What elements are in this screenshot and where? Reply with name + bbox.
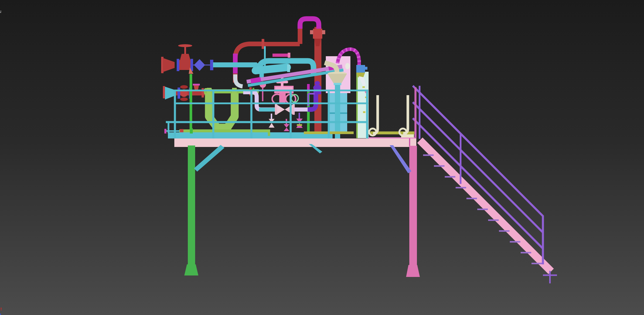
pink-bowtie-cone (277, 105, 285, 114)
drain-red-union (180, 129, 183, 132)
gate-valve-body (179, 60, 190, 70)
vent-cap-magenta (193, 84, 200, 85)
red-flange (262, 39, 264, 49)
lavender-pipe-segment (294, 107, 308, 112)
panel-speck (363, 111, 365, 113)
teal-inlet-pipe (213, 62, 257, 67)
lavender-pipe (243, 92, 275, 109)
magenta-coupler (251, 79, 261, 81)
relief-valve-tab (322, 30, 325, 34)
flange-disc (163, 86, 165, 98)
red-header-pipe (264, 42, 300, 46)
teal-pipe-segment (259, 108, 275, 112)
leg-base-green (184, 264, 198, 275)
guide-post-beige (373, 95, 378, 133)
deck-seam (409, 138, 410, 147)
valve-flange-indigo (178, 88, 180, 99)
support-leg-green (188, 145, 195, 265)
gate-valve-bonnet (180, 54, 190, 60)
stair-handrail-low (413, 118, 543, 249)
drain-green-clamp (190, 128, 193, 133)
panel-speck (362, 86, 365, 88)
teal-cylinder (255, 67, 287, 71)
diamond-check-valve (194, 59, 205, 71)
drain-valve-stem (299, 113, 300, 119)
viewport-3d[interactable] (0, 0, 644, 315)
deep-pink-stub-pipe (272, 54, 288, 57)
leg-base-pink (406, 265, 420, 277)
drain-magenta-cap (164, 129, 166, 133)
support-leg-pink (409, 146, 417, 265)
corner-mark-icon (0, 314, 1, 315)
corner-mark-icon (1, 308, 2, 309)
relief-valve-body (313, 29, 322, 39)
knee-brace-blue (390, 145, 411, 173)
purple-valve-bulb-small (315, 81, 320, 85)
funnel-flange (334, 83, 341, 85)
red-riser-left (298, 26, 302, 44)
funnel-drop-column (335, 85, 340, 138)
flange-disc (202, 88, 204, 97)
drain-valve-cone (284, 128, 289, 131)
knee-brace-teal (194, 145, 224, 172)
edge-mark-icon (0, 11, 1, 11)
drain-green-pipe (179, 129, 270, 132)
viewport-edge-marks (0, 11, 2, 315)
drain-valve-olive-tick (297, 124, 302, 126)
corner-mark-icon (1, 309, 2, 310)
deep-pink-cap (288, 53, 290, 58)
deck-fascia-pink (174, 138, 416, 147)
drain-valve-cone (284, 124, 289, 128)
drain-valve-cone (269, 123, 275, 128)
guide-post-beige (403, 95, 408, 133)
drain-end-elbow (268, 129, 270, 136)
drain-valve-stem (271, 114, 272, 119)
red-reducer-cone (163, 58, 175, 72)
pink-flange (275, 104, 277, 115)
pink-actuator-gearbox-highlight (275, 87, 292, 90)
ball-valve-wheel-bottom (180, 97, 188, 101)
stair-handrail-mid (413, 102, 543, 232)
valve-flange-indigo (177, 59, 179, 71)
inlet-line-lower[interactable] (163, 84, 205, 101)
nozzle-carriage-blue (356, 65, 365, 73)
valve-flange-indigo (210, 60, 213, 70)
edge-mark-icon (0, 12, 1, 13)
ball-valve-wheel-top (180, 85, 188, 89)
white-flange (345, 63, 350, 69)
teal-cylinder-flange (287, 64, 290, 72)
inlet-line-upper[interactable] (161, 44, 257, 73)
mint-panel-green-edge (356, 72, 358, 138)
staircase[interactable] (413, 86, 557, 283)
nozzle-carriage-tab (365, 67, 367, 70)
gray-hose (235, 74, 243, 86)
relief-valve-tab (310, 30, 313, 34)
